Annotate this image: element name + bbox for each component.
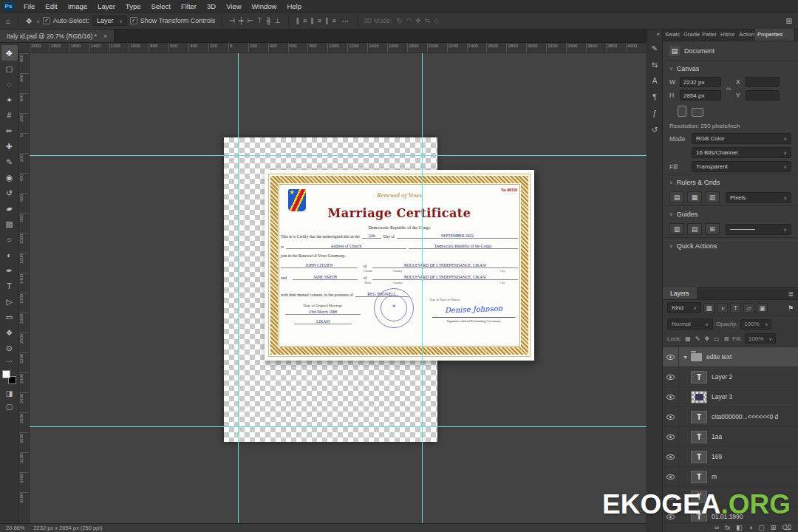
canvas[interactable]: ★ Renewal of Vows No 08350 Marriage Cert…	[30, 53, 647, 523]
layer-row[interactable]: ▼ edite text	[663, 347, 798, 367]
shape-tool[interactable]: ▭	[1, 309, 18, 324]
close-tab-icon[interactable]: ×	[103, 33, 107, 40]
panel-menu-icon[interactable]: ≣	[788, 290, 798, 299]
panel-tab[interactable]: Swatc	[663, 29, 681, 41]
menu-item[interactable]: Help	[282, 1, 307, 11]
layer-row[interactable]: ▼ Layer 2	[663, 367, 798, 387]
align-top-icon[interactable]: ⊤	[255, 17, 264, 24]
canvas-section-header[interactable]: ∨ Canvas	[663, 60, 798, 75]
marquee-tool[interactable]: ▢	[1, 61, 18, 76]
layer-effects-icon[interactable]: fx	[725, 524, 730, 531]
clear-guides-icon[interactable]: ⊞	[705, 223, 720, 235]
guides-section-header[interactable]: ∨ Guides	[663, 205, 798, 221]
brushes-icon[interactable]: ✎	[648, 43, 661, 54]
glyphs-icon[interactable]: ƒ	[648, 108, 661, 119]
bit-depth-dropdown[interactable]: 16 Bits/Channel ∨	[692, 147, 791, 158]
menu-item[interactable]: Image	[63, 1, 92, 11]
crop-tool[interactable]: #	[1, 107, 18, 123]
more-tools-icon[interactable]: ⋯	[6, 358, 13, 365]
filter-kind-dropdown[interactable]: Kind ∨	[667, 302, 701, 313]
menu-item[interactable]: View	[221, 1, 246, 11]
link-layers-icon[interactable]: ∞	[715, 524, 719, 531]
move-tool[interactable]: ✥	[1, 45, 18, 61]
libraries-icon[interactable]: ⇆	[648, 59, 661, 70]
hand-tool[interactable]: ❖	[1, 324, 18, 340]
blur-tool[interactable]: ○	[1, 231, 18, 247]
guide-style-dropdown[interactable]: ∨	[726, 224, 791, 235]
history-brush-tool[interactable]: ↺	[1, 185, 18, 200]
new-group-icon[interactable]: ▢	[758, 524, 765, 531]
height-field[interactable]: 2854 px	[680, 90, 721, 100]
blend-mode-dropdown[interactable]: Normal ∨	[667, 318, 713, 330]
lock-all-icon[interactable]: ⊠	[723, 335, 730, 342]
auto-select-dropdown[interactable]: Layer ∨	[92, 16, 127, 26]
tool-preset-chevron-icon[interactable]: ∨	[36, 18, 39, 24]
workspace-switcher-icon[interactable]: ⊞	[785, 17, 794, 25]
distribute-left-icon[interactable]: ∥	[309, 17, 316, 24]
menu-item[interactable]: 3D	[202, 1, 221, 11]
menu-item[interactable]: Window	[247, 1, 282, 11]
panel-tab[interactable]: Gradie	[681, 29, 700, 41]
left-ruler[interactable]: 8006004002000200400600800100012001400160…	[19, 53, 30, 523]
distribute-spacing-icon[interactable]: ≡	[331, 17, 338, 24]
visibility-toggle[interactable]	[663, 387, 679, 406]
lasso-tool[interactable]: ◌	[1, 76, 18, 92]
lock-transparency-icon[interactable]: ▦	[684, 335, 692, 342]
history-icon[interactable]: ↺	[648, 124, 661, 135]
gradient-tool[interactable]: ▨	[1, 216, 18, 231]
fill-field[interactable]: 100% ∨	[745, 333, 776, 344]
color-mode-dropdown[interactable]: RGB Color ∨	[692, 133, 791, 144]
color-swatches[interactable]	[2, 370, 16, 384]
horizontal-guide[interactable]	[30, 155, 647, 156]
align-center-v-icon[interactable]: ╫	[265, 17, 272, 24]
path-selection-tool[interactable]: ▷	[1, 293, 18, 309]
link-dimensions-icon[interactable]: ∞	[723, 85, 734, 92]
layer-row[interactable]: ▼ Layer 3	[663, 387, 798, 407]
character-icon[interactable]: A	[648, 75, 661, 86]
eyedropper-tool[interactable]: ✏	[1, 123, 18, 138]
layer-mask-icon[interactable]: ◧	[736, 524, 743, 531]
layer-row[interactable]: ▼ 1aa	[663, 427, 798, 447]
filter-toggle-icon[interactable]: ⚑	[788, 304, 794, 312]
opacity-field[interactable]: 100% ∨	[740, 319, 771, 330]
grid-icon[interactable]: ▦	[687, 191, 702, 203]
quick-selection-tool[interactable]: ✦	[1, 92, 18, 107]
width-field[interactable]: 2232 px	[680, 77, 721, 87]
vertical-guide[interactable]	[422, 53, 423, 523]
add-guide-icon[interactable]: ▥	[669, 223, 684, 235]
align-center-h-icon[interactable]: ╪	[237, 17, 245, 24]
filter-shape-icon[interactable]: ▱	[743, 303, 754, 313]
menu-item[interactable]: Layer	[92, 1, 120, 11]
zoom-level[interactable]: 20.66%	[6, 525, 24, 531]
visibility-toggle[interactable]	[663, 407, 679, 426]
align-right-icon[interactable]: ⊢	[246, 17, 255, 24]
layer-row[interactable]: ▼ cita000000...<<<<<<0 d	[663, 407, 798, 427]
guide-layout-icon[interactable]: ▤	[687, 223, 702, 235]
visibility-toggle[interactable]	[663, 367, 679, 386]
visibility-toggle[interactable]	[663, 427, 679, 446]
menu-item[interactable]: Edit	[40, 1, 62, 11]
healing-brush-tool[interactable]: ✚	[1, 138, 18, 154]
panel-tab[interactable]: Histor	[718, 29, 737, 41]
snap-icon[interactable]: ▥	[705, 191, 720, 203]
type-tool[interactable]: T	[1, 278, 18, 293]
group-caret-icon[interactable]: ▼	[683, 355, 688, 360]
document-tab[interactable]: Italy id.psd @ 20.7% (RGB/16) * ×	[0, 30, 115, 42]
pen-tool[interactable]: ✒	[1, 262, 18, 278]
delete-layer-icon[interactable]: ⌫	[782, 524, 791, 531]
more-options-icon[interactable]: ⋯	[341, 17, 351, 25]
distribute-horizontal-icon[interactable]: ≡	[301, 17, 308, 24]
rulers-grids-section-header[interactable]: ∨ Rulers & Grids	[663, 174, 798, 189]
zoom-tool[interactable]: ⊙	[1, 340, 18, 355]
filter-type-icon[interactable]: T	[730, 303, 741, 313]
lock-paint-icon[interactable]: ✎	[695, 335, 701, 342]
clone-stamp-tool[interactable]: ◉	[1, 169, 18, 185]
portrait-orientation-icon[interactable]	[678, 106, 686, 117]
y-field[interactable]	[746, 90, 780, 100]
horizontal-guide[interactable]	[30, 426, 647, 427]
layers-tab[interactable]: Layers	[663, 287, 697, 299]
distribute-right-icon[interactable]: ∥	[324, 17, 330, 24]
align-left-icon[interactable]: ⊣	[228, 17, 236, 24]
collapse-panels-icon[interactable]: «	[657, 31, 662, 38]
eraser-tool[interactable]: ▰	[1, 200, 18, 216]
